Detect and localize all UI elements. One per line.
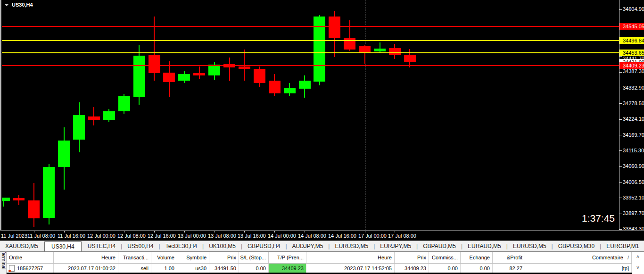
- price-tick-label: 34060.90: [623, 163, 644, 169]
- chart-canvas: [0, 0, 619, 230]
- symbol-tab-xauusd-m5[interactable]: XAUUSD,M5: [0, 241, 43, 251]
- candle-wick: [380, 42, 380, 53]
- candle-body: [284, 88, 296, 93]
- candle-body: [118, 96, 130, 111]
- symbol-tab-eurgbp-m1[interactable]: EURGBP,M1: [601, 241, 644, 251]
- time-tick-label: 14 Jul 00:00: [268, 233, 296, 239]
- terminal-side-strip: × Terminal: [0, 252, 7, 274]
- symbol-tab-gbpaud-m5[interactable]: GBPAUD,M5: [418, 241, 461, 251]
- candle-body: [359, 46, 371, 52]
- price-tick-label: 34006.50: [623, 179, 644, 185]
- symbol-tab-eurjpy-m5[interactable]: EURJPY,M5: [375, 241, 416, 251]
- time-tick-mark: [124, 231, 124, 232]
- symbol-tab-us500-h4[interactable]: US500,H4: [122, 241, 158, 251]
- candle-body: [374, 49, 386, 51]
- chart-dropdown-icon[interactable]: [4, 4, 9, 6]
- price-axis: 34604.9034441.7034387.3034332.9034278.50…: [619, 0, 644, 230]
- cell-prix: 34409.23: [395, 264, 429, 273]
- time-tick-mark: [154, 231, 155, 232]
- table-row[interactable]: 1856272572023.07.17 01:00:32sell1.00us30…: [7, 264, 632, 273]
- horizontal-level-line[interactable]: [0, 40, 619, 41]
- horizontal-level-line[interactable]: [0, 52, 619, 53]
- horizontal-level-line[interactable]: [0, 26, 619, 27]
- cell-symbole: us30: [177, 264, 209, 273]
- candle-body: [149, 55, 160, 74]
- price-tick-mark: [619, 214, 622, 214]
- price-tick-label: 33952.10: [623, 195, 644, 201]
- symbol-tab-us30-h4[interactable]: US30,H4: [44, 241, 82, 251]
- symbol-tab-bar: XAUUSD,M5US30,H4USTEC,H4|US500,H4|TecDE3…: [0, 241, 644, 251]
- candle-body: [73, 115, 85, 140]
- time-tick-mark: [395, 231, 395, 232]
- time-tick-mark: [34, 231, 34, 232]
- candle-body: [133, 56, 145, 97]
- column-header-prix: Prix: [209, 252, 239, 263]
- window-left-border: [0, 0, 2, 230]
- orders-table: OrdreHeureTransacti...VolumeSymbolePrixS…: [7, 252, 632, 274]
- cell-s-l-stop-: 0.00: [239, 264, 269, 273]
- symbol-tab-uk100-m5[interactable]: UK100,M5: [204, 241, 241, 251]
- symbol-tab-ustec-h4[interactable]: USTEC,H4: [83, 241, 121, 251]
- column-header-volume: Volume: [151, 252, 177, 263]
- candle-body: [389, 48, 401, 55]
- price-tick-label: 34115.30: [623, 148, 644, 154]
- chart-title: US30,H4: [4, 2, 33, 8]
- candle-wick: [229, 58, 230, 81]
- cell-heure: 2023.07.17 01:00:32: [54, 264, 118, 273]
- time-tick-mark: [244, 231, 245, 232]
- time-tick-label: 11 Jul 16:00: [58, 233, 85, 239]
- symbol-tab-tecde30-h4[interactable]: TecDE30,H4: [160, 241, 202, 251]
- candle-body: [269, 81, 281, 93]
- cell-heure: 2023.07.17 14:52:05: [306, 264, 395, 273]
- symbol-tab-eurusd-m5[interactable]: EURUSD,M5: [508, 241, 552, 251]
- symbol-tab-audjpy-m5[interactable]: AUDJPY,M5: [287, 241, 329, 251]
- column-header-commiss-: Commiss...: [429, 252, 461, 263]
- price-tick-label: 34278.50: [623, 100, 644, 107]
- time-tick-label: 17 Jul 00:00: [358, 233, 387, 239]
- price-tick-mark: [619, 135, 622, 135]
- candle-body: [28, 200, 40, 219]
- symbol-tab-gbpusd-m30[interactable]: GBPUSD,M30: [553, 241, 600, 251]
- time-tick-label: 12 Jul 08:00: [117, 233, 146, 239]
- column-header-prix: Prix: [395, 252, 429, 263]
- price-tick-mark: [619, 119, 622, 120]
- price-tick-label: 34387.30: [623, 68, 644, 75]
- time-tick-mark: [274, 231, 275, 232]
- level-price-tag[interactable]: 34545.05: [619, 23, 644, 30]
- terminal-caption: Terminal: [1, 252, 7, 270]
- column-header-heure: Heure: [54, 252, 118, 263]
- level-price-tag[interactable]: 34409.23: [619, 62, 644, 69]
- scroll-up-icon[interactable]: ˄: [634, 253, 642, 261]
- cell-prix: 34491.50: [209, 264, 239, 273]
- level-price-tag[interactable]: 34496.84: [619, 37, 644, 44]
- time-tick-mark: [335, 231, 335, 232]
- column-header--profit: &Profit: [493, 252, 525, 263]
- price-tick-mark: [619, 182, 622, 183]
- header-sort-glyph: /: [627, 255, 629, 260]
- chart-symbol-label: US30,H4: [12, 2, 33, 8]
- column-header-transacti-: Transacti...: [118, 252, 151, 263]
- horizontal-level-line[interactable]: [0, 65, 619, 66]
- time-tick-mark: [184, 231, 185, 232]
- time-tick-label: 13 Jul 16:00: [238, 233, 266, 239]
- column-header-heure: Heure: [306, 252, 395, 263]
- trading-terminal-window: US30,H4 1:37:45 34604.9034441.7034387.30…: [0, 0, 644, 274]
- time-tick-mark: [64, 231, 65, 232]
- symbol-tab-gbpusd-h4[interactable]: GBPUSD,H4: [242, 241, 285, 251]
- scroll-down-icon[interactable]: ˅: [634, 264, 642, 272]
- time-tick-label: 11 Jul 2023: [1, 233, 27, 239]
- cell-transacti-: sell: [118, 264, 151, 273]
- column-header-s-l-stop-: S/L (Stop...: [239, 252, 269, 263]
- price-tick-mark: [619, 72, 622, 73]
- symbol-tab-euraud-m5[interactable]: EURAUD,M5: [462, 241, 506, 251]
- symbol-tab-eurusd-m5[interactable]: EURUSD,M5: [330, 241, 373, 251]
- terminal-panel: × Terminal OrdreHeureTransacti...VolumeS…: [0, 251, 644, 274]
- table-scrollbar: ˄ ˅: [632, 252, 644, 273]
- level-price-tag[interactable]: 34453.65: [619, 50, 644, 56]
- cell-ordre: 185627257: [7, 264, 54, 273]
- price-tick-mark: [619, 56, 622, 57]
- price-tick-mark: [619, 150, 622, 151]
- time-tick-mark: [365, 231, 365, 232]
- price-tick-mark: [619, 88, 622, 88]
- sell-order-dot: [8, 270, 11, 272]
